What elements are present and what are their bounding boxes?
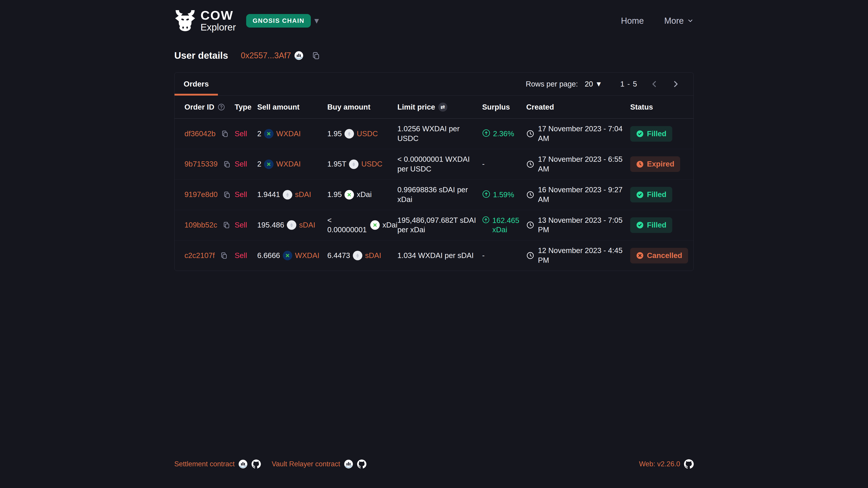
table-row: df36042b Sell 2 WXDAI 1.95 USDC 1.0256 W… [175,119,693,149]
order-id-link[interactable]: 109bb52c [184,220,217,230]
buy-token-link[interactable]: USDC [361,159,382,169]
created-date: 17 November 2023 - 6:55 AM [538,155,630,174]
copy-order-id-icon[interactable] [220,252,228,259]
order-id-link[interactable]: df36042b [184,129,216,139]
settlement-contract-link[interactable]: Settlement contract [174,460,235,468]
buy-amount: < 0.00000001 [327,216,368,235]
buy-token-link[interactable]: sDAI [365,251,381,260]
footer: Settlement contract Vault Relayer contra… [0,459,868,488]
copy-order-id-icon[interactable] [221,130,229,138]
chevron-down-icon [687,18,694,24]
page: COW Explorer GNOSIS CHAIN ▼ Home More Us… [0,0,868,488]
order-id-link[interactable]: c2c2107f [184,251,215,260]
surplus-value: - [482,251,485,260]
col-order-id: Order ID [184,103,214,111]
network-selector[interactable]: GNOSIS CHAIN ▼ [246,14,319,28]
sell-amount: 195.486 [257,220,284,230]
copy-order-id-icon[interactable] [223,160,231,168]
check-circle-icon [636,221,644,229]
copy-order-id-icon[interactable] [223,221,230,229]
tab-orders[interactable]: Orders [175,72,218,96]
clock-icon [526,160,534,168]
brand-logo[interactable]: COW Explorer [174,9,236,33]
user-address-link[interactable]: 0x2557...3Af7 [241,51,291,60]
col-status: Status [630,103,653,111]
nav-more[interactable]: More [664,16,694,26]
surplus-up-icon [482,216,490,224]
sell-token-link[interactable]: sDAI [299,220,315,230]
sell-amount: 2 [257,159,261,169]
order-type: Sell [235,220,247,230]
usdc-token-icon [344,129,354,138]
help-icon[interactable] [217,103,225,111]
usdc-token-icon [349,160,359,169]
sell-token-link[interactable]: WXDAI [295,251,319,260]
nav-home[interactable]: Home [621,16,644,26]
clock-icon [526,191,534,199]
buy-token: xDai [357,190,372,199]
xdai-token-icon [370,220,380,230]
sdai-token-icon [353,251,362,260]
cancelled-x-icon [636,252,644,259]
copy-address-icon[interactable] [312,51,320,60]
brand-subtitle: Explorer [200,22,236,33]
github-icon[interactable] [357,459,366,469]
buy-amount: 1.95 [327,129,342,139]
sell-token-link[interactable]: sDAI [295,190,311,199]
status-badge: Filled [630,217,672,233]
top-nav: Home More [621,16,694,26]
created-date: 12 November 2023 - 4:45 PM [538,246,630,265]
sdai-token-icon [283,190,292,199]
previous-page-button[interactable] [649,79,659,89]
rows-per-page-select[interactable]: 20 ▼ [585,80,601,88]
copy-order-id-icon[interactable] [223,191,231,199]
network-badge[interactable]: GNOSIS CHAIN [246,14,311,28]
github-icon[interactable] [251,459,261,469]
order-id-link[interactable]: 9197e8d0 [184,190,218,199]
table-row: c2c2107f Sell 6.6666 WXDAI 6.4473 sDAI 1… [175,240,693,271]
page-range-label: 1 - 5 [620,80,638,88]
table-row: 109bb52c Sell 195.486 sDAI < 0.00000001 … [175,210,693,240]
surplus-value: - [482,159,485,169]
chevron-down-icon: ▼ [314,18,319,24]
buy-amount: 1.95T [327,159,346,169]
wxdai-token-icon [264,129,274,138]
sell-token-link[interactable]: WXDAI [276,129,301,139]
surplus-up-icon [482,190,490,198]
rows-per-page-label: Rows per page: [526,80,578,88]
buy-token: xDai [382,220,397,230]
status-badge: Filled [630,126,672,142]
blockscout-icon[interactable] [238,459,248,469]
xdai-token-icon [344,190,354,199]
limit-price: 195,486,097.682T sDAI per xDai [397,216,476,234]
sell-amount: 6.6666 [257,251,280,260]
sell-token-link[interactable]: WXDAI [276,159,301,169]
col-created: Created [526,103,554,111]
table-row: 9b715339 Sell 2 WXDAI 1.95T USDC < 0.000… [175,149,693,180]
page-title: User details [174,50,228,61]
vault-relayer-contract-link[interactable]: Vault Relayer contract [272,460,340,468]
buy-token-link[interactable]: USDC [357,129,378,139]
blockscout-icon[interactable] [344,459,353,469]
sell-amount: 2 [257,129,261,139]
github-icon[interactable] [684,459,694,469]
surplus-up-icon [482,129,490,137]
order-type: Sell [235,251,247,260]
surplus-value: 2.36% [482,129,526,138]
status-badge: Expired [630,156,680,172]
next-page-button[interactable] [671,79,681,89]
check-circle-icon [636,130,644,138]
clock-icon [526,251,534,260]
blockscout-icon[interactable] [294,51,304,60]
surplus-value: 1.59% [482,190,526,199]
buy-amount: 6.4473 [327,251,350,260]
invert-price-icon[interactable]: ⇄ [438,103,447,111]
order-id-link[interactable]: 9b715339 [184,159,218,169]
order-type: Sell [235,190,247,199]
web-version-link[interactable]: Web: v2.26.0 [639,460,680,468]
title-row: User details 0x2557...3Af7 [174,50,694,61]
orders-panel: Orders Rows per page: 20 ▼ 1 - 5 Order I… [174,72,694,271]
table-header-row: Order ID Type Sell amount Buy amount Lim… [175,96,693,119]
limit-price: 0.99698836 sDAI per xDai [397,186,468,203]
col-type: Type [235,103,252,111]
